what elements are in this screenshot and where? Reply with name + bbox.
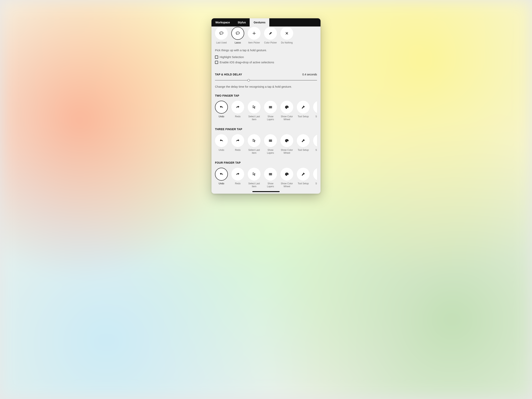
cursor-icon (248, 168, 260, 180)
svg-point-8 (286, 174, 286, 174)
plus-icon (248, 27, 260, 40)
checkbox-icon (215, 61, 218, 64)
option-label: Show Color Wheel (280, 149, 293, 154)
option-show-color-wheel[interactable]: Show Color Wheel (280, 101, 293, 121)
option-label: Show O (316, 182, 317, 185)
option-show-layers[interactable]: Show Layers (264, 168, 277, 188)
option-show-overflow[interactable]: Show O (313, 168, 317, 188)
option-show-layers[interactable]: Show Layers (264, 134, 277, 154)
layers-icon (264, 168, 277, 180)
option-label: Undo (219, 149, 224, 152)
palette-icon (280, 168, 293, 180)
two-finger-options[interactable]: Undo Redo Select Last Item Show Layers (215, 100, 317, 121)
option-label: Tool Setup (298, 149, 309, 152)
tab-workspace[interactable]: Workspace (211, 18, 234, 26)
option-label: Redo (235, 115, 241, 118)
option-tool-setup[interactable]: Tool Setup (297, 134, 310, 154)
option-label: Lasso (235, 41, 241, 44)
eyedropper-icon (264, 27, 277, 40)
wrench-icon (297, 134, 310, 147)
option-tool-setup[interactable]: Tool Setup (297, 101, 310, 121)
tab-gestures[interactable]: Gestures (250, 18, 269, 26)
option-label: Redo (235, 149, 241, 152)
option-select-last-item[interactable]: Select Last Item (248, 134, 260, 154)
option-redo[interactable]: Redo (231, 168, 244, 188)
checkbox-label: Enable iOS drag+drop of active selection… (220, 61, 274, 64)
svg-point-11 (286, 174, 286, 175)
checkbox-highlight-selection[interactable]: Highlight Selection (215, 55, 317, 59)
option-item-picker[interactable]: Item Picker (248, 27, 260, 44)
option-label: Show Layers (264, 182, 277, 188)
option-label: Show Layers (264, 149, 277, 154)
delay-value: 0.4 seconds (302, 73, 317, 76)
section-title: TAP & HOLD DELAY (215, 73, 242, 76)
option-label: Show Layers (264, 115, 277, 121)
svg-point-2 (287, 107, 288, 107)
svg-point-10 (287, 174, 288, 174)
four-finger-options[interactable]: Undo Redo Select Last Item Show Layers (215, 167, 317, 188)
svg-point-7 (286, 141, 286, 141)
option-do-nothing[interactable]: Do Nothing (280, 27, 293, 44)
undo-icon (215, 168, 228, 180)
option-label: Undo (219, 182, 224, 185)
option-label: Select Last Item (248, 115, 260, 121)
option-select-last-item[interactable]: Select Last Item (248, 168, 260, 188)
option-label: Item Picker (248, 41, 260, 44)
option-label: Redo (235, 182, 241, 185)
option-color-picker[interactable]: Color Picker (264, 27, 277, 44)
two-finger-title: TWO FINGER TAP (215, 94, 317, 97)
option-label: Do Nothing (281, 41, 293, 44)
option-show-color-wheel[interactable]: Show Color Wheel (280, 134, 293, 154)
option-show-overflow[interactable]: Show O (313, 101, 317, 121)
option-show-overflow[interactable]: Show O (313, 134, 317, 154)
delay-header: TAP & HOLD DELAY 0.4 seconds (215, 73, 317, 76)
download-icon (313, 168, 317, 180)
option-undo[interactable]: Undo (215, 134, 228, 154)
option-label: Tool Setup (298, 182, 309, 185)
slider-knob[interactable] (247, 79, 250, 81)
option-redo[interactable]: Redo (231, 134, 244, 154)
option-select-last-item[interactable]: Select Last Item (248, 101, 260, 121)
option-last-used[interactable]: Last Used (215, 27, 228, 44)
option-redo[interactable]: Redo (231, 101, 244, 121)
option-undo[interactable]: Undo (215, 168, 228, 188)
undo-icon (215, 101, 228, 114)
option-label: Select Last Item (248, 149, 260, 154)
checkbox-label: Highlight Selection (220, 55, 244, 59)
download-icon (313, 101, 317, 114)
three-finger-title: THREE FINGER TAP (215, 128, 317, 131)
cursor-icon (248, 101, 260, 114)
svg-point-3 (286, 107, 286, 108)
option-show-color-wheel[interactable]: Show Color Wheel (280, 168, 293, 188)
option-undo[interactable]: Undo (215, 101, 228, 121)
option-label: Show Color Wheel (280, 182, 293, 188)
tab-stylus[interactable]: Stylus (234, 18, 250, 26)
tap-hold-options: Last Used Lasso Item Picker Color Picker (215, 26, 317, 44)
option-label: Show O (316, 149, 317, 152)
home-indicator[interactable] (252, 191, 280, 192)
settings-panel: Workspace Stylus Gestures Last Used Lass… (211, 18, 321, 194)
three-finger-options[interactable]: Undo Redo Select Last Item Show Layers (215, 134, 317, 154)
option-tool-setup[interactable]: Tool Setup (297, 168, 310, 188)
tab-bar: Workspace Stylus Gestures (211, 18, 321, 26)
checkbox-drag-drop[interactable]: Enable iOS drag+drop of active selection… (215, 61, 317, 64)
layers-icon (264, 101, 277, 114)
redo-icon (231, 168, 244, 180)
lasso-icon (215, 27, 228, 40)
lasso-icon (231, 27, 244, 40)
option-show-layers[interactable]: Show Layers (264, 101, 277, 121)
delay-slider[interactable] (215, 78, 317, 82)
option-lasso[interactable]: Lasso (231, 27, 244, 44)
svg-point-0 (286, 107, 286, 107)
svg-point-6 (287, 140, 288, 141)
palette-icon (280, 101, 293, 114)
svg-point-5 (287, 140, 287, 140)
cursor-icon (248, 134, 260, 147)
svg-point-9 (287, 173, 287, 174)
svg-point-4 (286, 140, 286, 141)
four-finger-title: FOUR FINGER TAP (215, 161, 317, 164)
option-label: Last Used (216, 41, 227, 44)
delay-description: Change the delay time for recognising a … (215, 85, 317, 88)
option-label: Undo (219, 115, 224, 118)
undo-icon (215, 134, 228, 147)
